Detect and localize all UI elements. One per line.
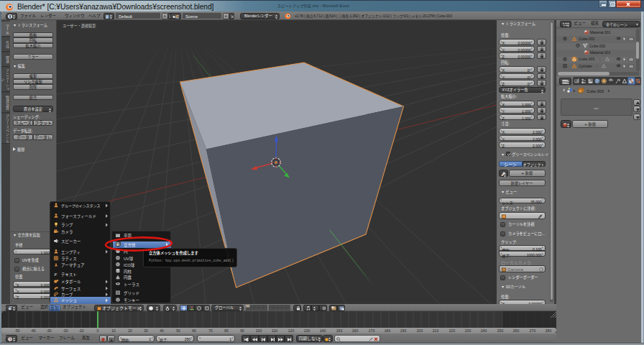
svg-text:サーフェス: サーフェス bbox=[61, 287, 80, 291]
svg-text:円錐: 円錐 bbox=[124, 275, 132, 280]
svg-text:|: | bbox=[599, 57, 600, 61]
svg-text:Cube.002: Cube.002 bbox=[589, 44, 606, 48]
svg-text:Cylinder: Cylinder bbox=[579, 64, 592, 68]
svg-text:グループのインスタンス: グループのインスタンス bbox=[61, 203, 101, 208]
svg-text:エンプティ: エンプティ bbox=[61, 250, 80, 255]
svg-text:F: F bbox=[54, 272, 57, 277]
svg-text:Material.001: Material.001 bbox=[590, 30, 611, 34]
svg-text:|: | bbox=[597, 64, 597, 68]
svg-text:カメラ: カメラ bbox=[61, 230, 73, 234]
svg-text:モンキー: モンキー bbox=[124, 298, 139, 302]
svg-text:カーブ: カーブ bbox=[61, 292, 73, 297]
svg-text:ICO球: ICO球 bbox=[124, 262, 135, 267]
svg-text:Material.001: Material.001 bbox=[590, 50, 611, 55]
svg-text:スピーカー: スピーカー bbox=[61, 239, 81, 244]
svg-text:Cube.002: Cube.002 bbox=[579, 37, 595, 41]
svg-text:アーマチュア: アーマチュア bbox=[61, 263, 85, 267]
svg-text:メッシュ: メッシュ bbox=[61, 298, 77, 303]
svg-text:Cube.003: Cube.003 bbox=[579, 57, 595, 61]
svg-text:円柱: 円柱 bbox=[124, 268, 132, 274]
svg-text:ランプ: ランプ bbox=[61, 223, 73, 227]
svg-text:フォースフィールド: フォースフィールド bbox=[61, 214, 96, 218]
svg-text:トーラス: トーラス bbox=[124, 282, 139, 286]
svg-text:ラティス: ラティス bbox=[61, 257, 77, 262]
svg-text:グリッド: グリッド bbox=[124, 290, 139, 296]
svg-text:テキスト: テキスト bbox=[61, 272, 77, 277]
svg-text:Cube.003: Cube.003 bbox=[586, 89, 604, 93]
svg-text:メタボール: メタボール bbox=[61, 279, 81, 284]
svg-text:UV球: UV球 bbox=[124, 255, 134, 260]
